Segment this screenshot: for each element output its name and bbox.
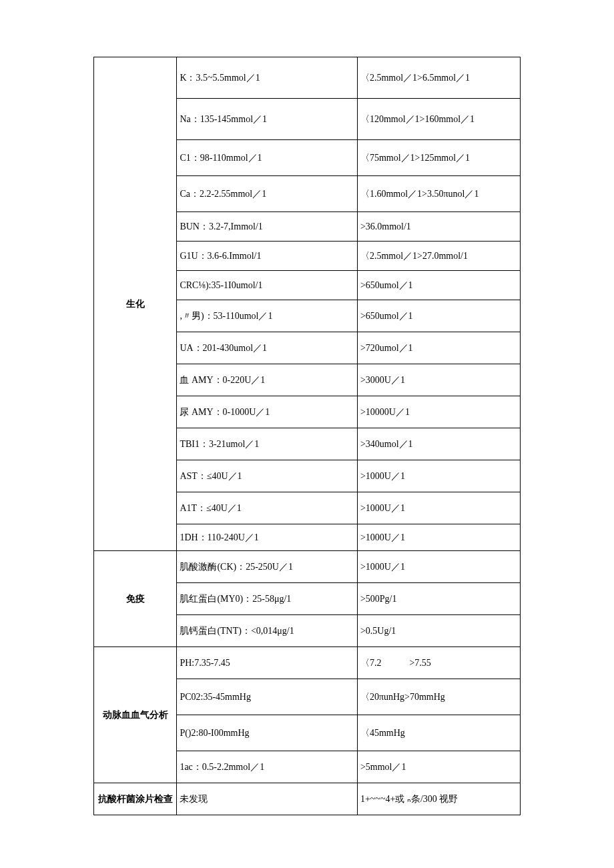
critical-cell: 〈75mmol／1>125mmol／1 bbox=[357, 140, 520, 176]
critical-cell: 〈1.60mmol／1>3.50πunol／1 bbox=[357, 176, 520, 212]
item-cell: ,〃男)：53-110umol／1 bbox=[177, 300, 358, 332]
category-cell: 动脉血血气分析 bbox=[94, 647, 177, 783]
critical-cell: 1+~~~4+或 ₙ条/300 视野 bbox=[357, 783, 520, 815]
critical-cell: >650umol／1 bbox=[357, 300, 520, 332]
critical-cell: >1000U／1 bbox=[357, 524, 520, 551]
table-row: 动脉血血气分析PH:7.35-7.45〈7.2 >7.55 bbox=[94, 647, 521, 679]
critical-cell: >3000U／1 bbox=[357, 364, 520, 396]
category-cell: 免疫 bbox=[94, 551, 177, 647]
item-cell: 肌红蛋白(MY0)：25-58μg/1 bbox=[177, 583, 358, 615]
item-cell: 肌钙蛋白(TNT)：<0,014μg/1 bbox=[177, 615, 358, 647]
table-row: 抗酸杆菌涂片检查未发现1+~~~4+或 ₙ条/300 视野 bbox=[94, 783, 521, 815]
item-cell: UA：201-430umol／1 bbox=[177, 332, 358, 364]
item-cell: P()2:80-I00mmHg bbox=[177, 715, 358, 751]
critical-cell: 〈7.2 >7.55 bbox=[357, 647, 520, 679]
critical-cell: 〈120mmol／1>160mmol／1 bbox=[357, 99, 520, 140]
item-cell: PC02:35-45mmHg bbox=[177, 679, 358, 715]
item-cell: K：3.5~5.5mmol／1 bbox=[177, 57, 358, 99]
table-row: 生化K：3.5~5.5mmol／1〈2.5mmol／1>6.5mmol／1 bbox=[94, 57, 521, 99]
critical-cell: 〈2.5mmol／1>6.5mmol／1 bbox=[357, 57, 520, 99]
category-cell: 抗酸杆菌涂片检查 bbox=[94, 783, 177, 815]
table-row: 免疫肌酸激酶(CK)：25-250U／1>1000U／1 bbox=[94, 551, 521, 583]
item-cell: 血 AMY：0-220U／1 bbox=[177, 364, 358, 396]
item-cell: 未发现 bbox=[177, 783, 358, 815]
item-cell: 尿 AMY：0-1000U／1 bbox=[177, 396, 358, 428]
critical-cell: >1000U／1 bbox=[357, 492, 520, 524]
critical-cell: >5mmol／1 bbox=[357, 751, 520, 783]
critical-cell: 〈2.5mmol／1>27.0mmol/1 bbox=[357, 242, 520, 271]
critical-cell: >36.0mmol/1 bbox=[357, 212, 520, 242]
item-cell: 肌酸激酶(CK)：25-250U／1 bbox=[177, 551, 358, 583]
critical-cell: >340umol／1 bbox=[357, 428, 520, 460]
critical-cell: >720umol／1 bbox=[357, 332, 520, 364]
critical-cell: >650umol／1 bbox=[357, 271, 520, 300]
item-cell: CRC⅛):35-1I0umol/1 bbox=[177, 271, 358, 300]
item-cell: Ca：2.2-2.55mmol／1 bbox=[177, 176, 358, 212]
critical-cell: >10000U／1 bbox=[357, 396, 520, 428]
critical-cell: >0.5Ug/1 bbox=[357, 615, 520, 647]
item-cell: G1U：3.6-6.Immol/1 bbox=[177, 242, 358, 271]
item-cell: BUN：3.2-7,Immol/1 bbox=[177, 212, 358, 242]
item-cell: AST：≤40U／1 bbox=[177, 460, 358, 492]
item-cell: C1：98-110mmol／1 bbox=[177, 140, 358, 176]
item-cell: TBI1：3-21umol／1 bbox=[177, 428, 358, 460]
critical-cell: >1000U／1 bbox=[357, 551, 520, 583]
category-cell: 生化 bbox=[94, 57, 177, 551]
item-cell: 1DH：110-240U／1 bbox=[177, 524, 358, 551]
critical-cell: >1000U／1 bbox=[357, 460, 520, 492]
item-cell: A1T：≤40U／1 bbox=[177, 492, 358, 524]
critical-cell: >500Pg/1 bbox=[357, 583, 520, 615]
lab-values-table: 生化K：3.5~5.5mmol／1〈2.5mmol／1>6.5mmol／1Na：… bbox=[93, 57, 521, 815]
critical-cell: 〈45mmHg bbox=[357, 715, 520, 751]
item-cell: 1ac：0.5-2.2mmol／1 bbox=[177, 751, 358, 783]
item-cell: PH:7.35-7.45 bbox=[177, 647, 358, 679]
item-cell: Na：135-145mmol／1 bbox=[177, 99, 358, 140]
critical-cell: 〈20πunHg>70mmHg bbox=[357, 679, 520, 715]
